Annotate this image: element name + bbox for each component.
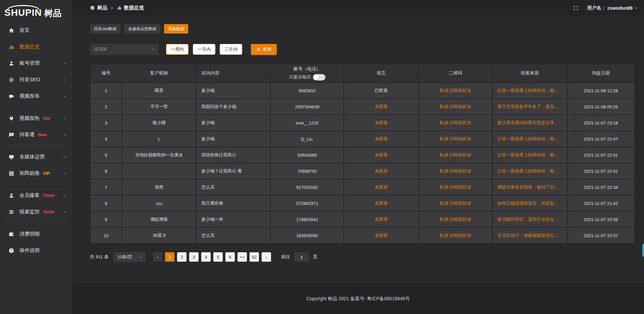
cell-qrcode: 私信 扫码加好友: [419, 115, 493, 131]
user-menu[interactable]: 用户名： zswodun88: [587, 5, 638, 11]
range-button-week[interactable]: 一周内: [166, 44, 189, 55]
cell-nickname: zzz: [122, 195, 196, 211]
cell-date: 2021-11-07 20:37: [567, 227, 635, 244]
sidebar-item-clue-monitor[interactable]: 线索监控Tools: [0, 204, 72, 220]
next-page-button[interactable]: ›: [262, 252, 271, 262]
status-badge: 未联系: [375, 168, 388, 173]
source-link[interactable]: 感谢大家喜欢我家，被问了好...: [497, 185, 558, 190]
sidebar-item-label: 线索监控: [19, 209, 40, 215]
tab-inquiry-data[interactable]: 询盘数据: [164, 24, 188, 34]
qr-link[interactable]: 私信 扫码加好友: [440, 88, 472, 93]
col-account: 帐号（电话） 只显示电话: [270, 64, 344, 83]
sidebar-item-video-publish[interactable]: 视频发布: [0, 88, 72, 104]
cell-date: 2021-11-07 22:41: [567, 147, 635, 163]
page-size-value: 10条/页: [117, 254, 132, 260]
page-ellipsis[interactable]: •••: [237, 252, 247, 262]
cell-content: 我只看价格: [196, 195, 270, 211]
cell-source: 感谢大家喜欢我家，被问了好...: [492, 179, 567, 195]
qr-link[interactable]: 私信 扫码加好友: [440, 233, 472, 238]
sidebar-item-operation-guide[interactable]: ?操作说明: [0, 242, 72, 259]
video-icon: [8, 93, 14, 99]
sidebar-item-home[interactable]: 首页: [0, 22, 72, 39]
data-tabs: 抖音seo数据全媒体运营数据询盘数据: [90, 24, 635, 34]
topbar: 树品 > 数据总览 用户名： zswodun88: [72, 0, 644, 16]
chevron-down-icon: [63, 155, 67, 159]
qr-link[interactable]: 私信 扫码加好友: [440, 217, 472, 222]
chart-icon: [8, 44, 14, 50]
qr-link[interactable]: 私信 扫码加好友: [440, 120, 472, 125]
tab-douyin-seo-data[interactable]: 抖音seo数据: [90, 24, 120, 34]
cell-no: 4: [90, 131, 122, 147]
status-badge: 未联系: [375, 152, 388, 157]
page-button-5[interactable]: 5: [213, 252, 223, 262]
cell-date: 2021-11-07 23:18: [567, 115, 635, 131]
qr-link[interactable]: 私信 扫码加好友: [440, 104, 472, 109]
range-button-quarter[interactable]: 三月内: [220, 44, 242, 55]
filter-select[interactable]: 请选择: [90, 44, 159, 55]
sidebar-item-media-operation[interactable]: 全媒体运营: [0, 149, 72, 165]
cell-qrcode: 私信 扫码加好友: [419, 227, 493, 244]
sidebar-item-consumption-detail[interactable]: 消费明细: [0, 226, 72, 242]
source-link[interactable]: 让你一眼就爱上的黑科技，能...: [497, 88, 558, 93]
qr-link[interactable]: 私信 扫码加好友: [440, 201, 472, 206]
sidebar-item-douketong[interactable]: 抖客通New: [0, 126, 72, 143]
page-button-6[interactable]: 6: [225, 252, 235, 262]
phone-toggle-label: 只显示电话: [289, 74, 311, 80]
page-button-3[interactable]: 3: [189, 252, 199, 262]
source-link[interactable]: 让你一眼就爱上的黑科技，能...: [497, 152, 558, 157]
tab-media-ops-data[interactable]: 全媒体运营数据: [124, 24, 160, 34]
qr-link[interactable]: 私信 扫码加好友: [440, 168, 472, 173]
cell-qrcode: 私信 扫码加好友: [419, 179, 493, 195]
range-button-month[interactable]: 一月内: [193, 44, 215, 55]
app-logo: SHUPIN 树品: [0, 0, 72, 17]
cell-account: 9583810: [270, 83, 344, 99]
cell-account: 183929060: [270, 227, 344, 244]
sidebar-item-member-baoke[interactable]: 会员爆客Tools: [0, 187, 72, 204]
cell-account: 178651642: [270, 211, 344, 227]
query-button[interactable]: 查询: [251, 44, 277, 55]
sidebar-item-matrix-boost[interactable]: 矩阵助推VIP: [0, 165, 72, 181]
prev-page-button[interactable]: ‹: [153, 252, 162, 262]
topbar-right: 用户名： zswodun88: [573, 5, 638, 11]
col-account-label: 帐号（电话）: [271, 66, 343, 72]
cell-content: 怎么买: [196, 179, 270, 195]
phone-only-toggle[interactable]: [313, 74, 325, 81]
source-link[interactable]: 无主灯设计，智能磁吸轨道灯...: [497, 233, 558, 238]
cell-source: 客厅安装投影半年多了，真实...: [492, 99, 567, 115]
page-button-1[interactable]: 1: [165, 252, 174, 262]
source-link[interactable]: 让你一眼就爱上的黑科技，能...: [497, 168, 558, 173]
qr-link[interactable]: 私信 扫码加好友: [440, 185, 472, 190]
cell-no: 5: [90, 147, 122, 163]
copyright-text: Copyright 树品 2021 备案号: 粤ICP备09019646号: [306, 296, 410, 302]
qr-link[interactable]: 私信 扫码加好友: [440, 152, 472, 157]
page-button-4[interactable]: 4: [201, 252, 211, 262]
source-link[interactable]: 如何正确选择投影仪，买投影...: [497, 201, 558, 206]
breadcrumb-separator: >: [111, 5, 113, 10]
page-size-select[interactable]: 10条/页: [113, 252, 146, 262]
page-button-2[interactable]: 2: [177, 252, 186, 262]
sidebar-item-data-overview[interactable]: 数据总览: [0, 39, 72, 55]
goto-page-input[interactable]: [294, 252, 309, 262]
status-badge: 未联系: [375, 201, 388, 206]
chevron-down-icon: [63, 94, 67, 98]
page-buttons: ‹ 123456•••92›: [153, 252, 271, 262]
home-icon: [8, 28, 14, 34]
sidebar-item-account-management[interactable]: 账号管理: [0, 55, 72, 71]
source-link[interactable]: 被大家追着问的客厅投影分享...: [497, 120, 558, 125]
scrollbar-thumb[interactable]: [642, 244, 644, 257]
source-link[interactable]: 多功能护栏灯，适用于乡村文...: [497, 217, 558, 222]
footer: Copyright 树品 2021 备案号: 粤ICP备09019646号: [72, 283, 644, 314]
source-link[interactable]: 让你一眼就爱上的黑科技，能...: [497, 136, 558, 141]
page-button-92[interactable]: 92: [250, 252, 259, 262]
source-link[interactable]: 客厅安装投影半年多了，真实...: [497, 104, 558, 109]
cell-nickname: 不可一世: [122, 99, 196, 115]
plug-icon: [8, 115, 14, 121]
qr-link[interactable]: 私信 扫码加好友: [440, 136, 472, 141]
sidebar-item-douyin-seo[interactable]: 抖音SEO: [0, 71, 72, 88]
cell-source: 如何正确选择投影仪，买投影...: [492, 195, 567, 211]
breadcrumb-root[interactable]: 树品: [97, 5, 107, 11]
fullscreen-icon[interactable]: [573, 5, 579, 11]
cell-status: 未联系: [344, 115, 418, 131]
sidebar-item-video-heat[interactable]: 视频加热Hot: [0, 110, 72, 126]
pagination-total: 共 911 条: [90, 254, 109, 260]
